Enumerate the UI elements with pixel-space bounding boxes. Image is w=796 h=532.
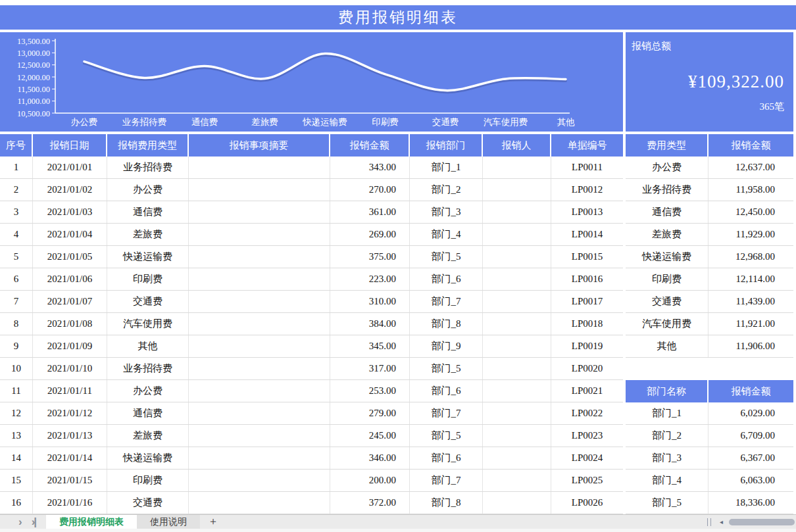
cell[interactable] [189, 492, 330, 514]
cell[interactable]: 部门_1 [626, 402, 709, 424]
cell[interactable]: 11,921.00 [709, 313, 793, 335]
cell[interactable]: 4 [0, 224, 33, 245]
cell[interactable]: 8 [0, 313, 33, 335]
cell[interactable]: 1 [0, 157, 33, 178]
cell[interactable]: 印刷费 [107, 268, 189, 290]
expense-line-chart[interactable]: 13,500.0013,000.0012,500.0012,000.0011,5… [0, 32, 623, 132]
cell[interactable]: 372.00 [330, 492, 410, 514]
cell[interactable]: 12 [0, 402, 33, 424]
cell[interactable]: 部门_4 [410, 224, 483, 245]
cell[interactable]: 2021/01/12 [33, 402, 107, 424]
cell[interactable]: 2021/01/04 [33, 224, 107, 245]
cell[interactable]: 其他 [626, 335, 709, 357]
cell[interactable]: 2021/01/02 [33, 179, 107, 201]
cell[interactable]: 11,906.00 [709, 335, 793, 357]
cell[interactable]: 交通费 [107, 291, 189, 312]
cell[interactable]: LP0019 [551, 335, 623, 357]
cell[interactable] [189, 313, 330, 335]
cell[interactable]: LP0017 [551, 291, 623, 312]
cell[interactable]: 12,114.00 [709, 268, 793, 290]
cell[interactable]: 2021/01/08 [33, 313, 107, 335]
cell[interactable]: LP0013 [551, 201, 623, 223]
cell[interactable]: 2021/01/07 [33, 291, 107, 312]
cell[interactable]: 部门_2 [626, 425, 709, 447]
cell[interactable] [189, 179, 330, 201]
cell[interactable]: 汽车使用费 [626, 313, 709, 335]
cell[interactable]: 2021/01/10 [33, 358, 107, 379]
cell[interactable]: 差旅费 [626, 224, 709, 245]
cell[interactable] [483, 402, 551, 424]
cell[interactable] [189, 291, 330, 312]
cell[interactable]: 部门_5 [626, 492, 709, 514]
cell[interactable]: 部门_9 [410, 335, 483, 357]
cell[interactable]: 交通费 [626, 291, 709, 312]
cell[interactable]: 差旅费 [107, 224, 189, 245]
cell[interactable]: 部门_6 [410, 268, 483, 290]
cell[interactable]: 245.00 [330, 425, 410, 447]
cell[interactable]: 12,968.00 [709, 246, 793, 268]
horizontal-scrollbar-thumb[interactable] [729, 519, 795, 525]
cell[interactable]: 部门_7 [410, 470, 483, 491]
cell[interactable]: 部门_7 [410, 291, 483, 312]
cell[interactable] [483, 447, 551, 469]
cell[interactable]: 办公费 [107, 179, 189, 201]
sheet-tab-expense-detail[interactable]: 费用报销明细表 [46, 515, 137, 529]
cell[interactable] [189, 447, 330, 469]
cell[interactable]: 2021/01/15 [33, 470, 107, 491]
cell[interactable]: 印刷费 [107, 470, 189, 491]
cell[interactable]: 业务招待费 [626, 179, 709, 201]
cell[interactable]: 11,958.00 [709, 179, 793, 201]
cell[interactable]: LP0024 [551, 447, 623, 469]
cell[interactable]: 7 [0, 291, 33, 312]
cell[interactable] [189, 470, 330, 491]
cell[interactable]: 通信费 [107, 402, 189, 424]
cell[interactable]: 5 [0, 246, 33, 268]
pane-splitter-icon[interactable] [707, 518, 711, 526]
cell[interactable]: LP0018 [551, 313, 623, 335]
cell[interactable]: 部门_8 [410, 492, 483, 514]
cell[interactable]: 部门_2 [410, 179, 483, 201]
cell[interactable]: 部门_5 [410, 425, 483, 447]
sheet-last-icon[interactable]: ›| [32, 515, 36, 529]
sheet-tab-instructions[interactable]: 使用说明 [137, 515, 200, 529]
cell[interactable]: 253.00 [330, 380, 410, 402]
cell[interactable]: 印刷费 [626, 268, 709, 290]
cell[interactable]: 12,450.00 [709, 201, 793, 223]
cell[interactable]: 部门_8 [410, 313, 483, 335]
cell[interactable]: 交通费 [107, 492, 189, 514]
cell[interactable] [483, 157, 551, 178]
cell[interactable] [189, 246, 330, 268]
cell[interactable]: LP0012 [551, 179, 623, 201]
cell[interactable]: 部门_3 [410, 201, 483, 223]
cell[interactable]: LP0023 [551, 425, 623, 447]
cell[interactable] [189, 402, 330, 424]
cell[interactable]: 6,063.00 [709, 470, 793, 491]
cell[interactable]: LP0026 [551, 492, 623, 514]
cell[interactable]: 375.00 [330, 246, 410, 268]
cell[interactable]: 317.00 [330, 358, 410, 379]
cell[interactable]: 部门_6 [410, 380, 483, 402]
cell[interactable]: 2021/01/05 [33, 246, 107, 268]
cell[interactable]: 15 [0, 470, 33, 491]
cell[interactable]: 13 [0, 425, 33, 447]
cell[interactable] [483, 291, 551, 312]
cell[interactable] [189, 157, 330, 178]
cell[interactable] [483, 358, 551, 379]
cell[interactable] [189, 358, 330, 379]
cell[interactable]: 6,367.00 [709, 447, 793, 469]
cell[interactable]: 2021/01/09 [33, 335, 107, 357]
cell[interactable]: 10 [0, 358, 33, 379]
cell[interactable]: 2021/01/11 [33, 380, 107, 402]
cell[interactable]: LP0020 [551, 358, 623, 379]
cell[interactable] [483, 224, 551, 245]
cell[interactable]: 部门_5 [410, 246, 483, 268]
cell[interactable]: 2021/01/16 [33, 492, 107, 514]
cell[interactable]: 部门_4 [626, 470, 709, 491]
cell[interactable]: LP0011 [551, 157, 623, 178]
cell[interactable] [483, 246, 551, 268]
cell[interactable] [483, 380, 551, 402]
cell[interactable]: 200.00 [330, 470, 410, 491]
cell[interactable]: 310.00 [330, 291, 410, 312]
cell[interactable]: 270.00 [330, 179, 410, 201]
cell[interactable]: 11 [0, 380, 33, 402]
